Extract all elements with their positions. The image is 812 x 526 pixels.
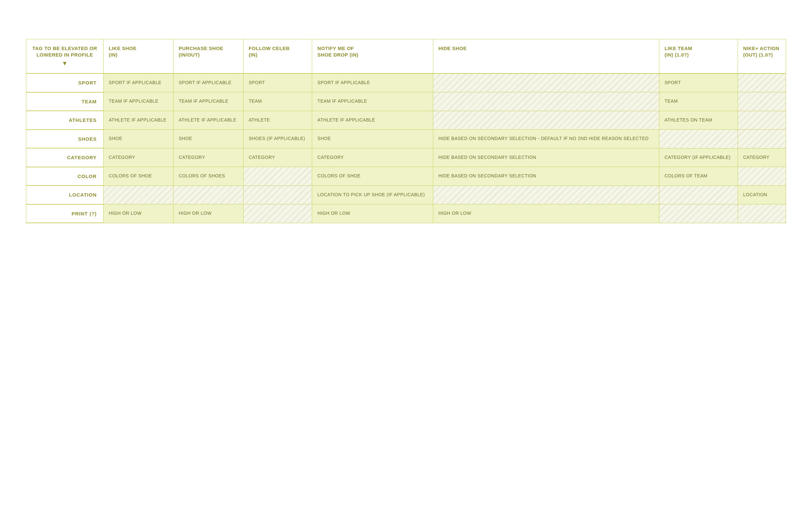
cell-shoes-nike_action (738, 130, 786, 148)
cell-print-----nike_action (738, 204, 786, 223)
cell-print-----hide_shoe: HIGH OR LOW (433, 204, 659, 223)
cell-location-notify_shoe_drop: LOCATION TO PICK UP SHOE (IF APPLICABLE) (312, 185, 433, 204)
row-header-category: CATEGORY (26, 148, 104, 167)
cell-print-----notify_shoe_drop: HIGH OR LOW (312, 204, 433, 223)
cell-team-follow_celeb: TEAM (243, 92, 312, 111)
row-header-sport: SPORT (26, 73, 104, 92)
col-header-follow_celeb: FOLLOW CELEB(IN) (243, 39, 312, 74)
table-row: LOCATIONLOCATION TO PICK UP SHOE (IF APP… (26, 185, 786, 204)
cell-athletes-like_team: ATHLETES ON TEAM (659, 111, 738, 130)
actions-table: TAG TO BE ELEVATED ORLOWERED IN PROFILE▼… (26, 39, 786, 223)
cell-team-purchase_shoe: TEAM IF APPLICABLE (173, 92, 243, 111)
cell-category-nike_action: CATEGORY (738, 148, 786, 167)
cell-sport-hide_shoe (433, 73, 659, 92)
cell-color-nike_action (738, 167, 786, 186)
cell-sport-like_team: SPORT (659, 73, 738, 92)
col-header-tag: TAG TO BE ELEVATED ORLOWERED IN PROFILE▼ (26, 39, 104, 74)
cell-team-like_team: TEAM (659, 92, 738, 111)
col-header-like_team: LIKE TEAM(IN) (1.0?) (659, 39, 738, 74)
row-header-athletes: ATHLETES (26, 111, 104, 130)
cell-print-----follow_celeb (243, 204, 312, 223)
cell-team-like_shoe: TEAM IF APPLICABLE (103, 92, 173, 111)
cell-athletes-notify_shoe_drop: ATHLETE IF APPLICABLE (312, 111, 433, 130)
cell-location-follow_celeb (243, 185, 312, 204)
table-row: TEAMTEAM IF APPLICABLETEAM IF APPLICABLE… (26, 92, 786, 111)
col-header-notify_shoe_drop: NOTIFY ME OFSHOE DROP (IN) (312, 39, 433, 74)
col-header-hide_shoe: HIDE SHOE (433, 39, 659, 74)
cell-location-like_shoe (103, 185, 173, 204)
cell-team-notify_shoe_drop: TEAM IF APPLICABLE (312, 92, 433, 111)
col-header-purchase_shoe: PURCHASE SHOE(IN/OUT) (173, 39, 243, 74)
row-header-print----: PRINT (?) (26, 204, 104, 223)
col-header-nike_action: NIKE+ ACTION(OUT) (1.0?) (738, 39, 786, 74)
cell-shoes-notify_shoe_drop: SHOE (312, 130, 433, 148)
cell-athletes-purchase_shoe: ATHLETE IF APPLICABLE (173, 111, 243, 130)
cell-category-like_shoe: CATEGORY (103, 148, 173, 167)
cell-location-purchase_shoe (173, 185, 243, 204)
cell-shoes-hide_shoe: HIDE BASED ON SECONDARY SELECTION - DEFA… (433, 130, 659, 148)
cell-color-follow_celeb (243, 167, 312, 186)
table-row: PRINT (?)HIGH OR LOWHIGH OR LOWHIGH OR L… (26, 204, 786, 223)
cell-print-----like_shoe: HIGH OR LOW (103, 204, 173, 223)
cell-athletes-follow_celeb: ATHLETE (243, 111, 312, 130)
cell-athletes-like_shoe: ATHLETE IF APPLICABLE (103, 111, 173, 130)
cell-color-hide_shoe: HIDE BASED ON SECONDARY SELECTION (433, 167, 659, 186)
cell-sport-like_shoe: SPORT IF APPLICABLE (103, 73, 173, 92)
row-header-shoes: SHOES (26, 130, 104, 148)
cell-print-----like_team (659, 204, 738, 223)
table-row: SHOESSHOESHOESHOES (IF APPLICABLE)SHOEHI… (26, 130, 786, 148)
cell-sport-purchase_shoe: SPORT IF APPLICABLE (173, 73, 243, 92)
cell-shoes-purchase_shoe: SHOE (173, 130, 243, 148)
row-header-color: COLOR (26, 167, 104, 186)
cell-location-like_team (659, 185, 738, 204)
cell-team-hide_shoe (433, 92, 659, 111)
cell-athletes-hide_shoe (433, 111, 659, 130)
row-header-team: TEAM (26, 92, 104, 111)
cell-category-purchase_shoe: CATEGORY (173, 148, 243, 167)
cell-category-notify_shoe_drop: CATEGORY (312, 148, 433, 167)
table-row: ATHLETESATHLETE IF APPLICABLEATHLETE IF … (26, 111, 786, 130)
cell-location-nike_action: LOCATION (738, 185, 786, 204)
cell-category-hide_shoe: HIDE BASED ON SECONDARY SELECTION (433, 148, 659, 167)
cell-shoes-like_shoe: SHOE (103, 130, 173, 148)
row-header-location: LOCATION (26, 185, 104, 204)
table-row: SPORTSPORT IF APPLICABLESPORT IF APPLICA… (26, 73, 786, 92)
cell-color-purchase_shoe: COLORS OF SHOES (173, 167, 243, 186)
cell-color-like_shoe: COLORS OF SHOE (103, 167, 173, 186)
col-header-like_shoe: LIKE SHOE(IN) (103, 39, 173, 74)
table-row: COLORCOLORS OF SHOECOLORS OF SHOESCOLORS… (26, 167, 786, 186)
cell-sport-nike_action (738, 73, 786, 92)
cell-sport-follow_celeb: SPORT (243, 73, 312, 92)
cell-shoes-follow_celeb: SHOES (IF APPLICABLE) (243, 130, 312, 148)
cell-sport-notify_shoe_drop: SPORT IF APPLICABLE (312, 73, 433, 92)
cell-shoes-like_team (659, 130, 738, 148)
cell-category-like_team: CATEGORY (IF APPLICABLE) (659, 148, 738, 167)
cell-color-like_team: COLORS OF TEAM (659, 167, 738, 186)
table-row: CATEGORYCATEGORYCATEGORYCATEGORYCATEGORY… (26, 148, 786, 167)
cell-color-notify_shoe_drop: COLORS OF SHOE (312, 167, 433, 186)
cell-category-follow_celeb: CATEGORY (243, 148, 312, 167)
cell-athletes-nike_action (738, 111, 786, 130)
cell-location-hide_shoe (433, 185, 659, 204)
cell-team-nike_action (738, 92, 786, 111)
cell-print-----purchase_shoe: HIGH OR LOW (173, 204, 243, 223)
